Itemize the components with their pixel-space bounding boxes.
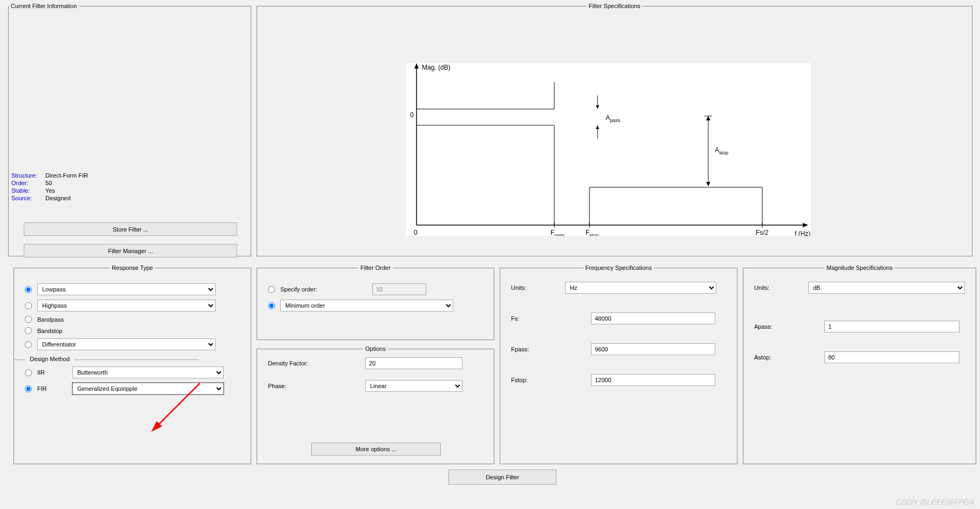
svg-text:0: 0 [414,229,418,236]
svg-text:pass: pass [610,118,621,123]
fir-radio[interactable] [25,385,32,392]
fs-label: Fs: [511,315,565,322]
filter-info-legend: Current Filter Information [9,3,79,9]
svg-marker-3 [803,223,808,227]
svg-marker-21 [596,105,599,109]
apass-input[interactable] [824,321,959,332]
structure-value: Direct-Form FIR [45,172,88,179]
freq-spec-legend: Frequency Specifications [583,264,654,271]
fstop-label: Fstop: [511,377,565,383]
specify-order-label: Specify order: [280,286,372,293]
filter-order-legend: Filter Order [358,264,393,271]
astop-label: Astop: [754,354,824,361]
filter-specifications-panel: Filter Specifications Mag. (dB) f (Hz) 0… [257,3,972,256]
design-method-label: Design Method [26,356,73,362]
specify-order-input [372,283,426,295]
highpass-radio[interactable] [25,302,32,309]
response-type-legend: Response Type [110,264,155,271]
source-label: Source: [11,195,44,201]
fpass-label: Fpass: [511,346,565,352]
freq-units-label: Units: [511,284,565,291]
bandpass-label: Bandpass [37,316,64,323]
options-panel: Options Density Factor: Phase: Linear Mo… [257,345,494,464]
svg-text:A: A [606,114,610,121]
bandpass-radio[interactable] [25,316,32,323]
svg-marker-28 [706,182,710,186]
apass-label: Apass: [754,323,824,330]
fs-input[interactable] [591,313,715,324]
fpass-input[interactable] [591,343,715,355]
highpass-dropdown[interactable]: Highpass [37,300,216,311]
filter-info-content: Structure: Direct-Form FIR Order: 50 Sta… [11,171,88,202]
spec-svg: Mag. (dB) f (Hz) 0 Fpass Fstop Fs/2 0 [406,63,811,236]
lowpass-dropdown[interactable]: Lowpass [37,283,216,295]
lowpass-radio[interactable] [25,286,32,293]
mag-units-dropdown[interactable]: dB [808,282,965,294]
svg-text:A: A [715,146,719,154]
svg-marker-23 [596,125,599,129]
stable-value: Yes [45,187,55,194]
svg-text:pass: pass [554,233,565,236]
phase-label: Phase: [268,383,365,389]
svg-text:Fs/2: Fs/2 [756,229,769,236]
filter-spec-legend: Filter Specifications [587,3,642,9]
mag-units-label: Units: [754,284,808,291]
magnitude-spec-panel: Magnitude Specifications Units: dB Apass… [743,264,976,464]
iir-radio[interactable] [25,369,32,376]
astop-input[interactable] [824,351,959,363]
watermark-text: CSDN @LEEE@FPGA [896,498,975,506]
filter-manager-button[interactable]: Filter Manager ... [24,244,237,257]
fir-label: FIR [37,385,53,392]
iir-method-dropdown[interactable]: Butterworth [72,367,224,378]
freq-units-dropdown[interactable]: Hz [565,282,716,294]
svg-text:stop: stop [719,150,728,155]
specify-order-radio[interactable] [268,286,275,293]
svg-marker-27 [706,116,710,120]
current-filter-info-panel: Current Filter Information Structure: Di… [8,3,251,256]
response-type-panel: Response Type Lowpass Highpass Bandpass … [14,264,251,464]
structure-label: Structure: [11,172,44,179]
filter-order-panel: Filter Order Specify order: Minimum orde… [257,264,494,340]
filter-spec-diagram: Mag. (dB) f (Hz) 0 Fpass Fstop Fs/2 0 [406,63,811,236]
min-order-dropdown[interactable]: Minimum order [280,300,453,311]
mag-spec-legend: Magnitude Specifications [824,264,895,271]
frequency-spec-panel: Frequency Specifications Units: Hz Fs: F… [500,264,737,464]
bandstop-label: Bandstop [37,328,62,334]
more-options-button[interactable]: More options ... [311,443,441,456]
svg-text:stop: stop [589,233,599,236]
fstop-input[interactable] [591,374,715,386]
min-order-radio[interactable] [268,302,275,309]
fhz-label: f (Hz) [795,230,810,236]
source-value: Designed [45,195,70,201]
order-label: Order: [11,180,44,186]
iir-label: IIR [37,369,53,376]
options-legend: Options [363,345,388,352]
differentiator-dropdown[interactable]: Differentiator [37,338,216,350]
mag-label: Mag. (dB) [422,64,451,71]
bandstop-radio[interactable] [25,327,32,334]
fir-method-dropdown[interactable]: Generalized Equiripple [72,383,224,395]
density-factor-input[interactable] [365,357,462,369]
differentiator-radio[interactable] [25,341,32,348]
store-filter-button[interactable]: Store Filter ... [24,222,237,236]
phase-dropdown[interactable]: Linear [365,380,462,392]
svg-marker-1 [414,63,419,69]
stable-label: Stable: [11,187,44,194]
density-factor-label: Density Factor: [268,360,365,367]
order-value: 50 [45,180,52,186]
zero-label: 0 [410,111,414,119]
design-filter-button[interactable]: Design Filter [448,470,556,485]
